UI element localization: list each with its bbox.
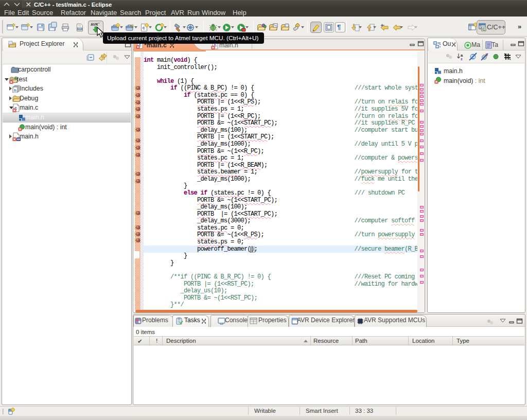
svg-text:C: C [131,24,134,28]
svg-text:C: C [483,27,485,31]
svg-text:*: * [98,22,100,25]
svg-text:010: 010 [78,28,82,30]
svg-text:c: c [143,26,145,31]
svg-text:h: h [14,88,16,93]
svg-text:z: z [461,57,463,61]
svg-text:AVR: AVR [91,23,98,26]
